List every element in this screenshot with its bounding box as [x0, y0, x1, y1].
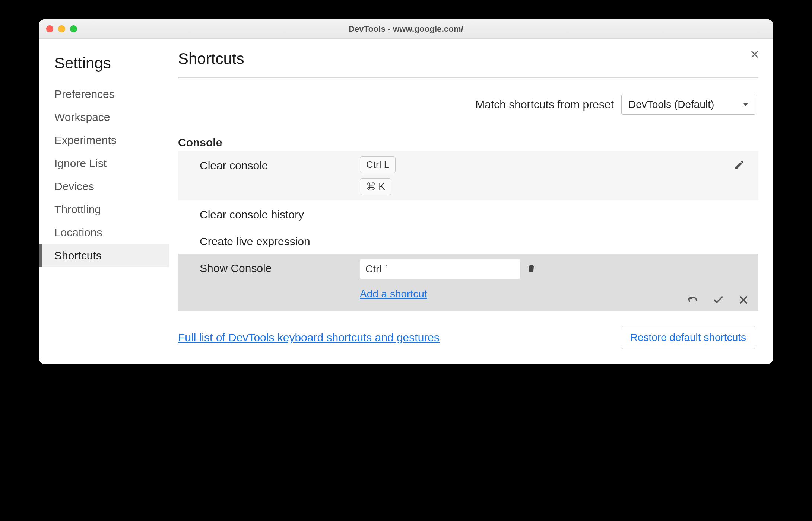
- preset-row: Match shortcuts from preset DevTools (De…: [178, 95, 758, 115]
- delete-shortcut-button[interactable]: [526, 263, 536, 275]
- shortcut-input[interactable]: [360, 259, 520, 279]
- section-title-console: Console: [178, 136, 758, 149]
- shortcut-row-clear-history: Clear console history: [178, 200, 758, 227]
- check-icon[interactable]: [712, 294, 724, 306]
- add-shortcut-link[interactable]: Add a shortcut: [360, 288, 427, 300]
- keys-column: Ctrl L ⌘ K: [360, 156, 734, 195]
- close-settings-button[interactable]: [749, 49, 760, 61]
- window-title: DevTools - www.google.com/: [39, 24, 773, 34]
- sidebar-item-workspace[interactable]: Workspace: [39, 106, 169, 129]
- restore-defaults-button[interactable]: Restore default shortcuts: [621, 326, 755, 349]
- undo-icon[interactable]: [687, 294, 699, 306]
- preset-select[interactable]: DevTools (Default): [621, 95, 755, 115]
- main-panel: Shortcuts Match shortcuts from preset De…: [169, 50, 758, 349]
- footer-row: Full list of DevTools keyboard shortcuts…: [178, 326, 758, 349]
- full-shortcuts-link[interactable]: Full list of DevTools keyboard shortcuts…: [178, 331, 440, 344]
- edit-actions: [687, 294, 749, 306]
- key-chip: Ctrl L: [360, 156, 396, 173]
- page-title: Shortcuts: [178, 50, 758, 78]
- edit-shortcut-button[interactable]: [734, 156, 749, 172]
- action-label: Create live expression: [200, 232, 360, 248]
- sidebar-item-devices[interactable]: Devices: [39, 175, 169, 198]
- cancel-icon[interactable]: [738, 294, 749, 306]
- action-label: Clear console history: [200, 205, 360, 221]
- sidebar-item-locations[interactable]: Locations: [39, 221, 169, 244]
- settings-sidebar: Settings Preferences Workspace Experimen…: [39, 50, 169, 349]
- action-label: Show Console: [200, 259, 360, 275]
- sidebar-item-preferences[interactable]: Preferences: [39, 83, 169, 106]
- sidebar-item-shortcuts[interactable]: Shortcuts: [39, 244, 169, 267]
- close-icon: [749, 49, 760, 60]
- shortcut-row-create-live: Create live expression: [178, 227, 758, 254]
- sidebar-item-ignore-list[interactable]: Ignore List: [39, 152, 169, 175]
- devtools-settings-window: DevTools - www.google.com/ Settings Pref…: [39, 19, 773, 364]
- settings-heading: Settings: [39, 54, 169, 72]
- pencil-icon: [734, 159, 745, 170]
- key-chip: ⌘ K: [360, 178, 391, 195]
- trash-icon: [526, 263, 536, 274]
- action-label: Clear console: [200, 156, 360, 172]
- shortcut-row-show-console: Show Console Add a shortcut: [178, 254, 758, 311]
- window-titlebar: DevTools - www.google.com/: [39, 19, 773, 39]
- preset-label: Match shortcuts from preset: [475, 98, 614, 111]
- sidebar-item-throttling[interactable]: Throttling: [39, 198, 169, 221]
- preset-select-value: DevTools (Default): [628, 99, 714, 110]
- shortcut-row-clear-console: Clear console Ctrl L ⌘ K: [178, 151, 758, 200]
- sidebar-item-experiments[interactable]: Experiments: [39, 129, 169, 152]
